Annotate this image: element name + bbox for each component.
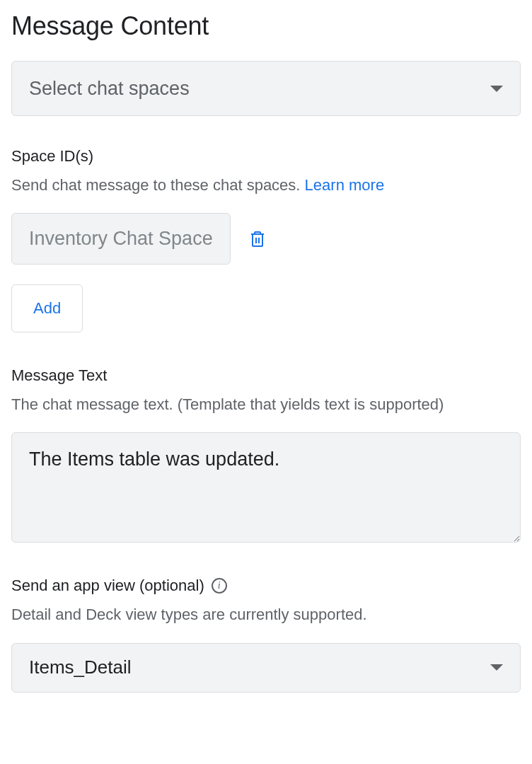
app-view-help: Detail and Deck view types are currently… — [11, 602, 521, 627]
message-text-input[interactable] — [11, 432, 521, 543]
select-chat-spaces-placeholder: Select chat spaces — [29, 78, 190, 100]
message-text-help: The chat message text. (Template that yi… — [11, 392, 521, 417]
app-view-label: Send an app view (optional) — [11, 577, 204, 595]
message-text-label: Message Text — [11, 366, 521, 385]
svg-rect-0 — [253, 234, 262, 246]
app-view-dropdown[interactable]: Items_Detail — [11, 643, 521, 693]
app-view-value: Items_Detail — [29, 656, 132, 678]
space-chip[interactable]: Inventory Chat Space — [11, 213, 231, 265]
space-ids-label: Space ID(s) — [11, 147, 521, 166]
chevron-down-icon — [490, 664, 503, 671]
chevron-down-icon — [490, 86, 503, 92]
space-ids-help-text: Send chat message to these chat spaces. — [11, 176, 300, 194]
delete-space-button[interactable] — [248, 229, 267, 249]
select-chat-spaces-dropdown[interactable]: Select chat spaces — [11, 61, 521, 116]
learn-more-link[interactable]: Learn more — [305, 176, 385, 194]
add-space-button[interactable]: Add — [11, 284, 83, 332]
info-icon[interactable]: i — [212, 578, 227, 594]
page-title: Message Content — [11, 11, 521, 41]
trash-icon — [249, 230, 266, 248]
space-ids-help: Send chat message to these chat spaces. … — [11, 173, 521, 197]
